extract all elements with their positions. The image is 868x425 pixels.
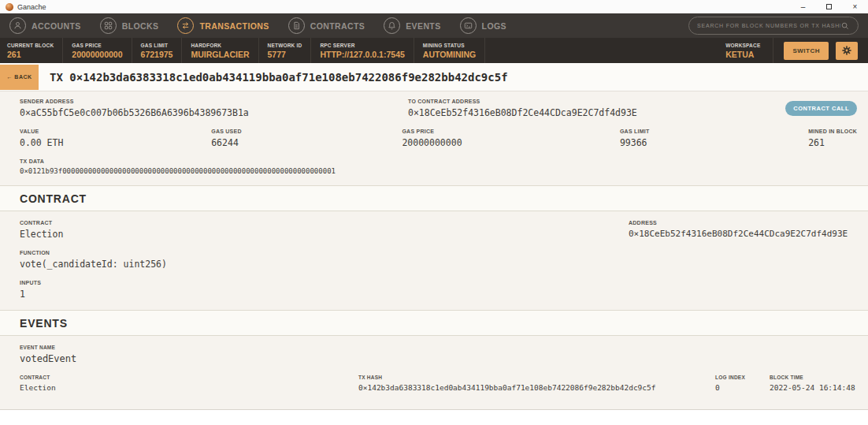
gas-price-label: GAS PRICE	[402, 129, 620, 134]
logs-terminal-icon	[460, 17, 477, 34]
events-section-title: EVENTS	[20, 317, 68, 330]
sender-address-value: 0×aC55bfC5e0c007b06b5326B6A6396b4389673B…	[20, 107, 408, 118]
value-field: VALUE 0.00 ETH	[20, 129, 211, 148]
event-tx-hash-label: TX HASH	[358, 375, 715, 380]
nav-tab-contracts[interactable]: CONTRACTS	[288, 17, 365, 34]
inputs-field: INPUTS 1	[20, 280, 41, 300]
nav-label-accounts: ACCOUNTS	[32, 21, 81, 31]
contract-name-value: Election	[20, 229, 629, 240]
settings-button[interactable]	[836, 42, 858, 60]
tx-gas-row: VALUE 0.00 ETH GAS USED 66244 GAS PRICE …	[20, 129, 857, 148]
event-block-time-label: BLOCK TIME	[770, 375, 857, 380]
gas-price-value: 20000000000	[402, 137, 620, 148]
gas-limit-value: 99366	[620, 137, 808, 148]
events-bell-icon	[384, 17, 400, 34]
event-log-index-value: 0	[715, 383, 770, 392]
status-spacer	[485, 38, 717, 63]
contract-section-header: CONTRACT	[0, 185, 868, 211]
nav-label-blocks: BLOCKS	[122, 21, 159, 31]
search-box	[688, 17, 859, 35]
nav-label-events: EVENTS	[406, 21, 440, 31]
tx-data-value: 0×0121b93f000000000000000000000000000000…	[20, 167, 336, 175]
event-block-time-field: BLOCK TIME 2022-05-24 16:14:48	[770, 375, 857, 392]
status-value: 20000000000	[72, 50, 122, 59]
event-name-value: votedEvent	[20, 353, 76, 364]
minimize-button[interactable]: –	[790, 0, 816, 13]
status-value: 6721975	[141, 50, 173, 59]
status-label: MINING STATUS	[423, 43, 476, 48]
to-contract-address-field: TO CONTRACT ADDRESS 0×18CeEb52f4316eB08D…	[408, 99, 785, 118]
status-label: CURRENT BLOCK	[7, 43, 54, 48]
nav-tab-transactions[interactable]: TRANSACTIONS	[177, 17, 269, 34]
function-label: FUNCTION	[20, 250, 167, 255]
event-contract-value: Election	[20, 383, 358, 392]
window-controls: – ×	[790, 0, 868, 13]
sender-address-field: SENDER ADDRESS 0×aC55bfC5e0c007b06b5326B…	[20, 99, 408, 118]
tx-data-row: TX DATA 0×0121b93f0000000000000000000000…	[20, 158, 857, 175]
status-value: 261	[7, 50, 54, 59]
event-name-field: EVENT NAME votedEvent	[20, 345, 76, 364]
status-bar: CURRENT BLOCK 261 GAS PRICE 20000000000 …	[0, 38, 868, 63]
close-button[interactable]: ×	[842, 0, 868, 13]
workspace-label: WORKSPACE	[725, 43, 760, 48]
search-input[interactable]	[697, 23, 840, 28]
contract-name-field: CONTRACT Election	[20, 220, 629, 240]
status-current-block: CURRENT BLOCK 261	[0, 38, 63, 63]
status-label: RPC SERVER	[320, 43, 404, 48]
tx-data-label: TX DATA	[20, 158, 336, 164]
gas-price-field: GAS PRICE 20000000000	[402, 129, 620, 148]
tx-hash-title: TX 0×142b3da6383318c1ed0ab434119bba0af71…	[50, 71, 508, 84]
status-hardfork: HARDFORK MUIRGLACIER	[182, 38, 258, 63]
event-log-index-field: LOG INDEX 0	[715, 375, 770, 392]
gas-limit-field: GAS LIMIT 99366	[620, 129, 808, 148]
contract-address-field: ADDRESS 0×18CeEb52f4316eB08Df2Ce44CDca9E…	[629, 220, 857, 240]
switch-workspace-button[interactable]: SWITCH	[784, 42, 829, 60]
main-nav: ACCOUNTS BLOCKS TRANSACTIONS CONTRACTS	[0, 13, 868, 38]
event-block-time-value: 2022-05-24 16:14:48	[770, 383, 857, 392]
workspace-value: KETUA	[725, 50, 760, 59]
contract-function-row: FUNCTION vote(_candidateId: uint256)	[20, 250, 857, 270]
event-contract-label: CONTRACT	[20, 375, 358, 380]
inputs-label: INPUTS	[20, 280, 41, 285]
nav-tab-accounts[interactable]: ACCOUNTS	[9, 17, 81, 34]
accounts-person-icon	[9, 17, 26, 34]
events-section-header: EVENTS	[0, 310, 868, 336]
contract-call-badge: CONTRACT CALL	[785, 101, 857, 116]
function-value: vote(_candidateId: uint256)	[20, 259, 167, 270]
tx-data-field: TX DATA 0×0121b93f0000000000000000000000…	[20, 158, 336, 175]
maximize-button[interactable]	[816, 0, 842, 13]
contract-name-row: CONTRACT Election ADDRESS 0×18CeEb52f431…	[20, 220, 857, 240]
status-actions: SWITCH	[773, 38, 868, 63]
tx-type-badge-wrap: CONTRACT CALL	[785, 99, 857, 118]
window-title: Ganache	[17, 3, 46, 11]
nav-tab-events[interactable]: EVENTS	[384, 17, 440, 34]
contract-section-title: CONTRACT	[20, 192, 87, 205]
gas-limit-label: GAS LIMIT	[620, 129, 808, 134]
mined-in-block-label: MINED IN BLOCK	[808, 129, 857, 134]
contract-inputs-row: INPUTS 1	[20, 280, 857, 300]
event-name-label: EVENT NAME	[20, 345, 76, 350]
status-mining-status: MINING STATUS AUTOMINING	[414, 38, 485, 63]
status-network-id: NETWORK ID 5777	[259, 38, 312, 63]
gas-used-label: GAS USED	[211, 129, 402, 134]
events-section-body: EVENT NAME votedEvent CONTRACT Election …	[0, 336, 868, 392]
mined-in-block-value: 261	[808, 137, 857, 148]
event-contract-field: CONTRACT Election	[20, 375, 358, 392]
status-label: HARDFORK	[191, 43, 249, 48]
gas-used-field: GAS USED 66244	[211, 129, 402, 148]
event-log-index-label: LOG INDEX	[715, 375, 770, 380]
nav-tab-blocks[interactable]: BLOCKS	[100, 17, 159, 34]
tx-summary-card: SENDER ADDRESS 0×aC55bfC5e0c007b06b5326B…	[0, 91, 868, 175]
inputs-value: 1	[20, 289, 41, 300]
status-gas-price: GAS PRICE 20000000000	[63, 38, 132, 63]
back-button[interactable]: ← BACK	[0, 65, 39, 90]
function-field: FUNCTION vote(_candidateId: uint256)	[20, 250, 167, 270]
status-value: HTTP://127.0.0.1:7545	[320, 50, 404, 59]
search-icon[interactable]	[840, 21, 850, 31]
nav-label-logs: LOGS	[482, 21, 506, 31]
nav-tab-logs[interactable]: LOGS	[460, 17, 506, 34]
status-value: AUTOMINING	[423, 50, 476, 59]
sender-address-label: SENDER ADDRESS	[20, 99, 408, 104]
to-contract-address-label: TO CONTRACT ADDRESS	[408, 99, 785, 104]
gear-icon	[841, 45, 852, 56]
